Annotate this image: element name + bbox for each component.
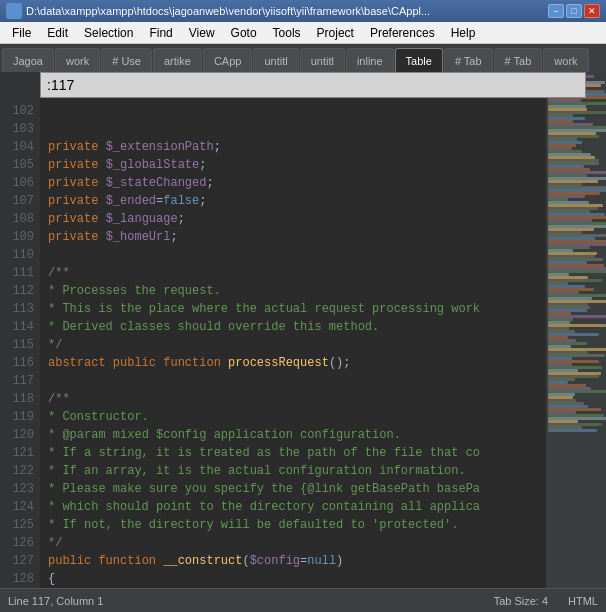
line-number: 124 — [0, 498, 34, 516]
code-line: * If not, the directory will be defaulte… — [48, 516, 546, 534]
line-number: 112 — [0, 282, 34, 300]
tab-1[interactable]: work — [55, 48, 100, 72]
close-button[interactable]: ✕ — [584, 4, 600, 18]
code-line: public function __construct($config=null… — [48, 552, 546, 570]
code-line: private $_language; — [48, 210, 546, 228]
line-number: 123 — [0, 480, 34, 498]
tab-10[interactable]: # Tab — [494, 48, 543, 72]
maximize-button[interactable]: □ — [566, 4, 582, 18]
line-number: 115 — [0, 336, 34, 354]
line-number: 116 — [0, 354, 34, 372]
minimap-line — [548, 429, 597, 432]
code-line: */ — [48, 534, 546, 552]
tab-7[interactable]: inline — [346, 48, 394, 72]
line-number: 120 — [0, 426, 34, 444]
menu-item-preferences[interactable]: Preferences — [362, 24, 443, 42]
goto-bar — [40, 72, 586, 98]
line-number: 126 — [0, 534, 34, 552]
code-line — [48, 102, 546, 120]
code-line: * If a string, it is treated as the path… — [48, 444, 546, 462]
code-area: private $_extensionPath;private $_global… — [40, 72, 546, 588]
code-line: private $_homeUrl; — [48, 228, 546, 246]
code-line: private $_globalState; — [48, 156, 546, 174]
line-number: 102 — [0, 102, 34, 120]
status-position: Line 117, Column 1 — [8, 595, 103, 607]
code-line: * Please make sure you specify the {@lin… — [48, 480, 546, 498]
menu-item-goto[interactable]: Goto — [223, 24, 265, 42]
line-number: 109 — [0, 228, 34, 246]
line-number: 119 — [0, 408, 34, 426]
app-icon — [6, 3, 22, 19]
line-number: 104 — [0, 138, 34, 156]
tabs-bar: Jagoawork# UseartikeCAppuntitluntitlinli… — [0, 44, 606, 72]
code-line: private $_extensionPath; — [48, 138, 546, 156]
menu-item-view[interactable]: View — [181, 24, 223, 42]
line-number: 117 — [0, 372, 34, 390]
line-number: 110 — [0, 246, 34, 264]
menu-item-tools[interactable]: Tools — [265, 24, 309, 42]
line-number: 128 — [0, 570, 34, 588]
tab-4[interactable]: CApp — [203, 48, 253, 72]
code-line: abstract public function processRequest(… — [48, 354, 546, 372]
line-number: 125 — [0, 516, 34, 534]
tab-3[interactable]: artike — [153, 48, 202, 72]
line-number: 106 — [0, 174, 34, 192]
menu-item-project[interactable]: Project — [309, 24, 362, 42]
tab-0[interactable]: Jagoa — [2, 48, 54, 72]
code-line: * If an array, it is the actual configur… — [48, 462, 546, 480]
code-line: * Constructor. — [48, 408, 546, 426]
line-number: 107 — [0, 192, 34, 210]
editor-container: 1021031041051061071081091101111121131141… — [0, 72, 606, 588]
minimize-button[interactable]: − — [548, 4, 564, 18]
minimap — [546, 72, 606, 588]
menu-item-selection[interactable]: Selection — [76, 24, 141, 42]
code-line: /** — [48, 264, 546, 282]
line-number: 114 — [0, 318, 34, 336]
tab-size: Tab Size: 4 — [494, 595, 548, 607]
code-line — [48, 372, 546, 390]
goto-input[interactable] — [47, 77, 579, 93]
code-line: * Processes the request. — [48, 282, 546, 300]
line-number: 118 — [0, 390, 34, 408]
code-line: * Derived classes should override this m… — [48, 318, 546, 336]
line-numbers: 1021031041051061071081091101111121131141… — [0, 72, 40, 588]
code-line: /** — [48, 390, 546, 408]
window-title: D:\data\xampp\xampp\htdocs\jagoanweb\ven… — [26, 5, 548, 17]
code-line: * which should point to the directory co… — [48, 498, 546, 516]
menu-item-file[interactable]: File — [4, 24, 39, 42]
status-bar: Line 117, Column 1 Tab Size: 4 HTML — [0, 588, 606, 612]
line-number: 113 — [0, 300, 34, 318]
line-number: 122 — [0, 462, 34, 480]
tab-8[interactable]: Table — [395, 48, 443, 72]
line-number: 103 — [0, 120, 34, 138]
status-right: Tab Size: 4 HTML — [494, 595, 598, 607]
language: HTML — [568, 595, 598, 607]
line-number: 127 — [0, 552, 34, 570]
line-number: 108 — [0, 210, 34, 228]
code-line: private $_stateChanged; — [48, 174, 546, 192]
menu-bar: FileEditSelectionFindViewGotoToolsProjec… — [0, 22, 606, 44]
window-controls: − □ ✕ — [548, 4, 600, 18]
line-number: 121 — [0, 444, 34, 462]
code-line: { — [48, 570, 546, 588]
line-number: 105 — [0, 156, 34, 174]
menu-item-help[interactable]: Help — [443, 24, 484, 42]
tab-6[interactable]: untitl — [300, 48, 345, 72]
title-bar: D:\data\xampp\xampp\htdocs\jagoanweb\ven… — [0, 0, 606, 22]
code-line — [48, 246, 546, 264]
menu-item-find[interactable]: Find — [141, 24, 180, 42]
code-line: private $_ended=false; — [48, 192, 546, 210]
code-line — [48, 120, 546, 138]
code-line: * @param mixed $config application confi… — [48, 426, 546, 444]
menu-item-edit[interactable]: Edit — [39, 24, 76, 42]
tab-9[interactable]: # Tab — [444, 48, 493, 72]
code-line: * This is the place where the actual req… — [48, 300, 546, 318]
line-number: 111 — [0, 264, 34, 282]
tab-2[interactable]: # Use — [101, 48, 152, 72]
tab-5[interactable]: untitl — [253, 48, 298, 72]
code-line: */ — [48, 336, 546, 354]
tab-11[interactable]: work — [543, 48, 588, 72]
